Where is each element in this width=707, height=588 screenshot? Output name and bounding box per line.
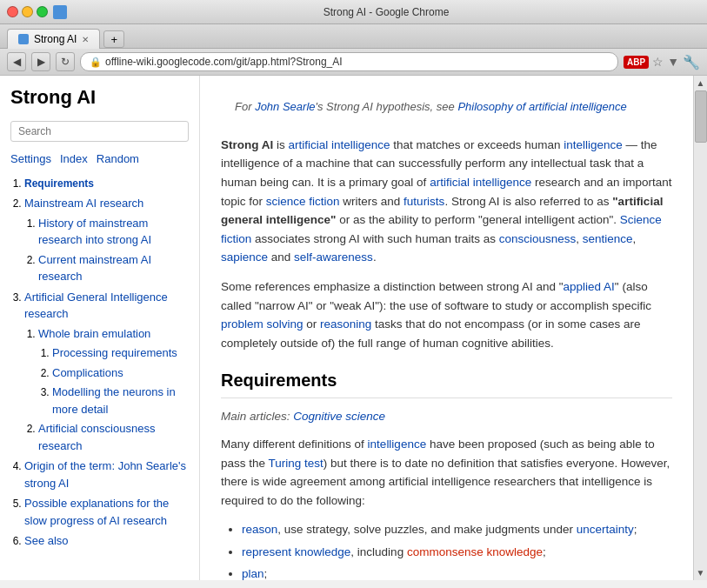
toc-item-2: Mainstream AI research History of mainst… xyxy=(24,195,189,285)
scroll-up-arrow[interactable]: ▲ xyxy=(694,76,707,90)
toc-item-3-1-3: Modelling the neurons in more detail xyxy=(52,384,189,418)
window-controls[interactable] xyxy=(7,6,48,17)
toc-link-wbe[interactable]: Whole brain emulation xyxy=(38,327,150,340)
window-title: Strong AI - Google Chrome xyxy=(72,6,700,18)
link-consciousness[interactable]: consciousness xyxy=(499,232,577,245)
link-scifi[interactable]: science fiction xyxy=(266,195,340,208)
link-represent[interactable]: represent knowledge xyxy=(242,545,350,558)
toc-item-3-1-2: Complications xyxy=(52,364,189,382)
wrench-icon[interactable]: 🔧 xyxy=(683,54,700,70)
scroll-thumb[interactable] xyxy=(695,90,707,143)
tab-label: Strong AI xyxy=(34,33,77,45)
search-input[interactable] xyxy=(10,121,189,142)
link-turing-test[interactable]: Turing test xyxy=(269,457,323,470)
lock-icon: 🔒 xyxy=(90,57,102,68)
tab-favicon xyxy=(18,34,29,44)
toc-link-origin[interactable]: Origin of the term: John Searle's strong… xyxy=(24,459,186,490)
link-intelligence[interactable]: intelligence xyxy=(564,138,623,151)
list-item-plan: plan; xyxy=(242,565,672,580)
browser-icon xyxy=(53,5,67,19)
scrollbar[interactable]: ▲ ▼ xyxy=(693,76,707,580)
menu-arrow-icon[interactable]: ▼ xyxy=(667,55,679,69)
toc-item-1: Requirements xyxy=(24,176,189,191)
link-sentience[interactable]: sentience xyxy=(583,232,633,245)
maximize-button[interactable] xyxy=(37,6,48,17)
link-intelligence2[interactable]: intelligence xyxy=(368,438,427,451)
close-button[interactable] xyxy=(7,6,18,17)
toc-item-2-1: History of mainstream research into stro… xyxy=(38,215,189,249)
toc-link-history[interactable]: History of mainstream research into stro… xyxy=(38,217,151,247)
refresh-button[interactable]: ↻ xyxy=(56,52,75,71)
intro-paragraph: Strong AI is artificial intelligence tha… xyxy=(221,136,672,267)
url-bar[interactable]: 🔒 offline-wiki.googlecode.com/git/app.ht… xyxy=(80,52,618,71)
toc-link-consciousness[interactable]: Artificial consciousness research xyxy=(38,422,155,452)
random-link[interactable]: Random xyxy=(97,152,139,165)
active-tab[interactable]: Strong AI ✕ xyxy=(7,29,100,49)
sidebar: Strong AI Settings Index Random Requirem… xyxy=(0,76,200,580)
hatnote: For John Searle's Strong AI hypothesis, … xyxy=(221,93,672,122)
hatnote-link-philosophy[interactable]: Philosophy of artificial intelligence xyxy=(457,100,626,113)
toc-item-3-1-1: Processing requirements xyxy=(52,344,189,362)
link-reason[interactable]: reason xyxy=(242,523,277,536)
toc-link-modelling[interactable]: Modelling the neurons in more detail xyxy=(52,385,176,416)
sidebar-nav: Settings Index Random xyxy=(10,152,189,165)
back-button[interactable]: ◀ xyxy=(7,52,26,71)
hatnote-link-searle[interactable]: John Searle xyxy=(255,100,315,113)
tab-close-button[interactable]: ✕ xyxy=(82,35,89,44)
toc-item-6: See also xyxy=(24,532,189,550)
main-content: For John Searle's Strong AI hypothesis, … xyxy=(200,76,693,580)
table-of-contents: Requirements Mainstream AI research Hist… xyxy=(10,176,189,550)
toc-link-current[interactable]: Current mainstream AI research xyxy=(38,253,151,284)
adblock-icon[interactable]: ABP xyxy=(624,56,649,69)
link-ai2[interactable]: artificial intelligence xyxy=(430,176,531,189)
toc-link-seealso[interactable]: See also xyxy=(24,534,69,547)
link-commonsense[interactable]: commonsense knowledge xyxy=(407,545,543,558)
requirements-list: reason, use strategy, solve puzzles, and… xyxy=(242,520,672,580)
link-plan[interactable]: plan xyxy=(242,567,264,580)
toc-item-3-2: Artificial consciousness research xyxy=(38,420,189,454)
link-futurists[interactable]: futurists xyxy=(404,195,444,208)
browser-content: Strong AI Settings Index Random Requirem… xyxy=(0,76,707,580)
toc-link-processing[interactable]: Processing requirements xyxy=(52,346,177,359)
toc-item-3: Artificial General Intelligence research… xyxy=(24,289,189,455)
link-ai[interactable]: artificial intelligence xyxy=(289,138,390,151)
toc-link-agi[interactable]: Artificial General Intelligence research xyxy=(24,291,168,321)
link-sapience[interactable]: sapience xyxy=(221,251,268,264)
toc-link-requirements[interactable]: Requirements xyxy=(24,177,94,190)
toc-item-5: Possible explanations for the slow progr… xyxy=(24,495,189,529)
requirements-para: Many different definitions of intelligen… xyxy=(221,435,672,510)
star-icon[interactable]: ☆ xyxy=(652,55,664,69)
main-articles-note: Main articles: Cognitive science xyxy=(221,407,672,426)
page-title: Strong AI xyxy=(10,86,189,109)
forward-button[interactable]: ▶ xyxy=(31,52,50,71)
page-wrapper: Strong AI Settings Index Random Requirem… xyxy=(0,76,707,580)
toc-link-mainstream[interactable]: Mainstream AI research xyxy=(24,197,143,210)
scroll-down-arrow[interactable]: ▼ xyxy=(694,565,707,580)
url-text: offline-wiki.googlecode.com/git/app.html… xyxy=(105,56,343,68)
link-cognitive-science[interactable]: Cognitive science xyxy=(293,410,385,423)
address-bar-icons: ABP ☆ ▼ 🔧 xyxy=(624,54,700,70)
settings-link[interactable]: Settings xyxy=(10,152,51,165)
link-applied-ai[interactable]: applied AI xyxy=(564,280,615,293)
link-problem-solving[interactable]: problem solving xyxy=(221,317,303,331)
link-uncertainty[interactable]: uncertainty xyxy=(577,523,634,536)
title-bar: Strong AI - Google Chrome xyxy=(0,0,707,24)
link-reasoning[interactable]: reasoning xyxy=(320,317,371,331)
toc-item-2-2: Current mainstream AI research xyxy=(38,251,189,285)
para2: Some references emphasize a distinction … xyxy=(221,277,672,352)
tab-bar: Strong AI ✕ + xyxy=(0,24,707,49)
toc-item-4: Origin of the term: John Searle's strong… xyxy=(24,458,189,491)
toc-link-complications[interactable]: Complications xyxy=(52,366,123,379)
section-requirements-title: Requirements xyxy=(221,366,672,398)
list-item-reason: reason, use strategy, solve puzzles, and… xyxy=(242,520,672,539)
new-tab-button[interactable]: + xyxy=(103,30,124,48)
scroll-track[interactable] xyxy=(694,90,707,565)
index-link[interactable]: Index xyxy=(60,152,88,165)
minimize-button[interactable] xyxy=(22,6,33,17)
list-item-knowledge: represent knowledge, including commonsen… xyxy=(242,543,672,562)
link-self-awareness[interactable]: self-awareness xyxy=(294,251,373,264)
toc-item-3-1: Whole brain emulation Processing require… xyxy=(38,325,189,418)
toc-link-progress[interactable]: Possible explanations for the slow progr… xyxy=(24,497,169,527)
address-bar: ◀ ▶ ↻ 🔒 offline-wiki.googlecode.com/git/… xyxy=(0,49,707,76)
